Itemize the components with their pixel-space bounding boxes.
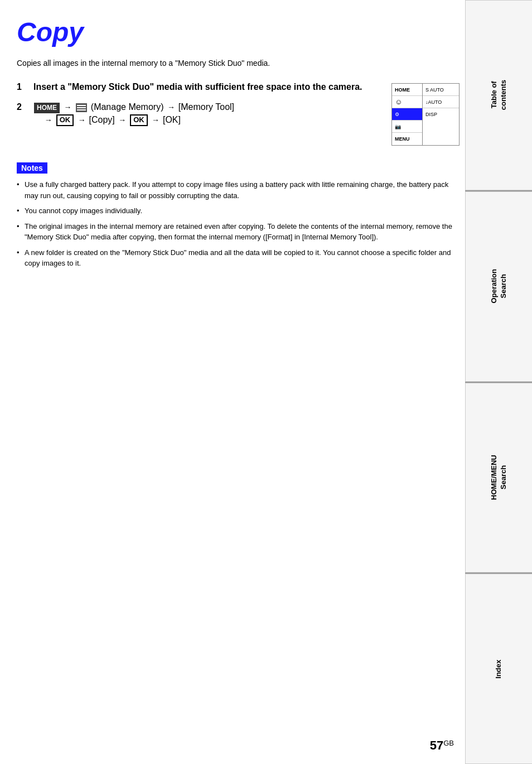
menu-camera-item: 📷: [392, 121, 422, 133]
home-label: HOME: [395, 87, 410, 93]
ok-key-1: OK: [56, 114, 74, 126]
arrow-3: →: [45, 116, 55, 124]
step-2: 2 HOME → (Manage Memory) → [Memory Tool]…: [17, 101, 380, 126]
camera-diagram: HOME ☺ ⚙ 📷 MENU: [391, 83, 460, 146]
sidebar-tab-index-label: Index: [494, 660, 504, 679]
spacer-text: [33, 115, 41, 124]
disp-label: DISP: [425, 112, 437, 117]
copy-text: [Copy]: [89, 115, 115, 124]
menu-smiley-item: ☺: [392, 96, 422, 108]
page-number-area: 57GB: [430, 738, 454, 753]
menu-selected-item: ⚙: [392, 108, 422, 121]
manage-memory-text: (Manage Memory): [91, 102, 164, 112]
note-item-3: The original images in the internal memo…: [17, 221, 460, 243]
page-title: Copy: [17, 17, 460, 47]
step-2-content: HOME → (Manage Memory) → [Memory Tool] →…: [33, 101, 234, 126]
menu-label: MENU: [395, 136, 410, 142]
menu-home-item: HOME: [392, 84, 422, 96]
menu-right-2: ↓AUTO: [423, 96, 459, 108]
notes-section: Notes Use a fully charged battery pack. …: [17, 162, 460, 269]
home-key: HOME: [34, 103, 60, 113]
steps-text: 1 Insert a "Memory Stick Duo" media with…: [17, 81, 380, 134]
step-1: 1 Insert a "Memory Stick Duo" media with…: [17, 81, 380, 93]
step-2-number: 2: [17, 101, 30, 112]
note-item-1: Use a fully charged battery pack. If you…: [17, 179, 460, 201]
notes-label: Notes: [17, 162, 47, 174]
selected-icon: ⚙: [395, 112, 399, 117]
menu-menu-item: MENU: [392, 133, 422, 145]
arrow-2: →: [167, 103, 177, 112]
ok-key-2: OK: [130, 114, 148, 126]
sidebar-tab-operation[interactable]: OperationSearch: [465, 191, 532, 382]
arrow-1: →: [64, 103, 74, 112]
note-item-4: A new folder is created on the "Memory S…: [17, 247, 460, 269]
sidebar-tab-home-menu[interactable]: HOME/MENUSearch: [465, 383, 532, 573]
menu-icon: [76, 103, 87, 112]
right-sidebar: Table ofcontents OperationSearch HOME/ME…: [465, 0, 532, 764]
steps-area: 1 Insert a "Memory Stick Duo" media with…: [17, 81, 460, 146]
ok-final-text: [OK]: [163, 115, 181, 124]
page-number: 57: [430, 738, 443, 752]
sidebar-tab-contents-label: Table ofcontents: [490, 80, 509, 110]
camera-icon: 📷: [395, 124, 401, 129]
main-content: Copy Copies all images in the internal m…: [17, 0, 460, 307]
menu-panel: HOME ☺ ⚙ 📷 MENU: [391, 83, 460, 146]
sidebar-tab-home-menu-label: HOME/MENUSearch: [490, 455, 509, 500]
arrow-4: →: [78, 116, 88, 124]
step-1-number: 1: [17, 81, 30, 92]
menu-col-right: S AUTO ↓AUTO DISP: [423, 84, 459, 145]
sidebar-tab-operation-label: OperationSearch: [490, 269, 509, 303]
arrow-6: →: [152, 116, 162, 124]
sauto-label: S AUTO: [425, 87, 444, 93]
arrow-5: →: [118, 116, 128, 124]
menu-col-left: HOME ☺ ⚙ 📷 MENU: [392, 84, 423, 145]
intro-text: Copies all images in the internal memory…: [17, 59, 460, 68]
jauto-label: ↓AUTO: [425, 99, 442, 105]
memory-tool-text: [Memory Tool]: [178, 102, 234, 112]
menu-right-1: S AUTO: [423, 84, 459, 96]
menu-right-3: DISP: [423, 108, 459, 121]
sidebar-tab-contents[interactable]: Table ofcontents: [465, 0, 532, 190]
smiley-icon: ☺: [395, 98, 402, 106]
page-suffix: GB: [443, 739, 454, 747]
sidebar-tab-index[interactable]: Index: [465, 574, 532, 764]
notes-list: Use a fully charged battery pack. If you…: [17, 179, 460, 269]
note-item-2: You cannot copy images individually.: [17, 205, 460, 217]
step-1-content: Insert a "Memory Stick Duo" media with s…: [33, 81, 362, 93]
